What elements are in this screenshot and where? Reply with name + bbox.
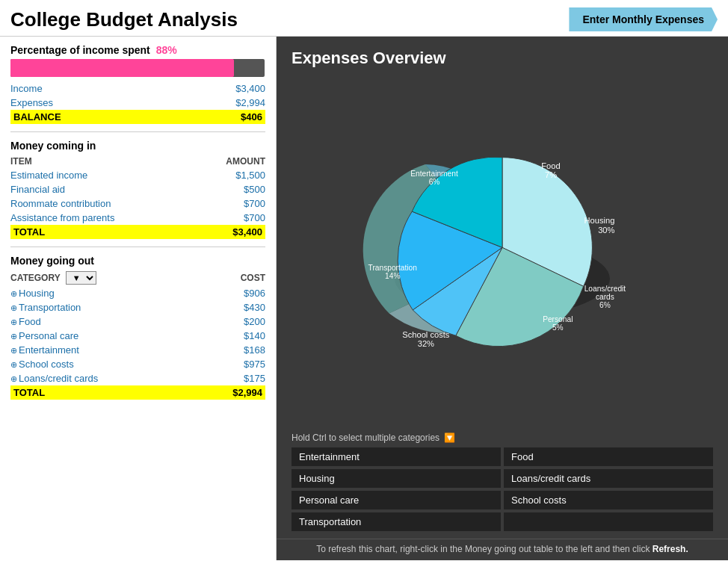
percentage-label: Percentage of income spent <box>10 44 150 56</box>
row-value: $975 <box>191 357 265 371</box>
row-value: $700 <box>196 211 266 225</box>
total-label: TOTAL <box>10 225 196 239</box>
category-dropdown[interactable]: ▼ <box>66 271 96 285</box>
money-in-title: Money coming in <box>10 140 265 152</box>
row-label: ⊕Food <box>10 314 191 329</box>
divider <box>10 247 265 247</box>
footer-text: To refresh this chart, right-click in th… <box>316 544 650 554</box>
total-label: TOTAL <box>10 385 191 400</box>
multiselect-area: Hold Ctrl to select multiple categories … <box>277 427 728 539</box>
housing-label: Housing <box>584 216 615 225</box>
pie-chart: Housing 30% Loans/credit cards 6% Person… <box>357 135 648 367</box>
money-in-table: ITEM AMOUNT Estimated income $1,500 Fina… <box>10 155 265 239</box>
multiselect-item-entertainment[interactable]: Entertainment <box>291 447 501 466</box>
progress-bar-background <box>10 59 265 77</box>
row-label: Estimated income <box>10 168 196 182</box>
table-row: Assistance from parents $700 <box>10 211 265 225</box>
table-row: Estimated income $1,500 <box>10 168 265 182</box>
main-layout: Percentage of income spent 88% Income $3… <box>0 37 728 560</box>
row-label: ⊕School costs <box>10 357 191 371</box>
balance-label: BALANCE <box>10 110 174 124</box>
transport-label: Transportation <box>368 264 418 272</box>
row-label: Roommate contribution <box>10 196 196 211</box>
total-value: $3,400 <box>196 225 266 239</box>
table-row: Income $3,400 <box>10 81 265 96</box>
row-label: ⊕Entertainment <box>10 343 191 357</box>
row-value: $430 <box>191 300 265 314</box>
percentage-value: 88% <box>156 44 177 56</box>
table-row: ⊕Loans/credit cards $175 <box>10 371 265 385</box>
multiselect-item-housing[interactable]: Housing <box>291 469 501 488</box>
progress-bar-fill <box>10 59 234 77</box>
row-label: Financial aid <box>10 182 196 196</box>
row-value: $200 <box>191 314 265 329</box>
table-row: ⊕Food $200 <box>10 314 265 329</box>
percentage-line: Percentage of income spent 88% <box>10 44 265 56</box>
personal-pct: 5% <box>552 323 564 332</box>
money-in-total-row: TOTAL $3,400 <box>10 225 265 239</box>
multiselect-item-loans[interactable]: Loans/credit cards <box>504 469 713 488</box>
multiselect-item-food[interactable]: Food <box>504 447 713 466</box>
header: College Budget Analysis Enter Monthly Ex… <box>0 0 728 37</box>
col-category: CATEGORY ▼ <box>10 270 191 286</box>
table-row: ⊕Transportation $430 <box>10 300 265 314</box>
expenses-label: Expenses <box>10 96 174 110</box>
food-pct: 7% <box>545 170 557 179</box>
row-label: ⊕Personal care <box>10 329 191 343</box>
hint-text: Hold Ctrl to select multiple categories <box>291 433 439 443</box>
divider <box>10 131 265 132</box>
page-title: College Budget Analysis <box>10 8 238 31</box>
expenses-value: $2,994 <box>174 96 265 110</box>
balance-value: $406 <box>174 110 265 124</box>
col-amount: AMOUNT <box>196 155 266 168</box>
multiselect-item-empty[interactable] <box>504 512 713 531</box>
row-label: ⊕Transportation <box>10 300 191 314</box>
money-out-total-row: TOTAL $2,994 <box>10 385 265 400</box>
row-label: Assistance from parents <box>10 211 196 225</box>
total-value: $2,994 <box>191 385 265 400</box>
col-item: ITEM <box>10 155 196 168</box>
loans-label: Loans/credit <box>584 285 626 293</box>
enter-expenses-button[interactable]: Enter Monthly Expenses <box>569 7 718 31</box>
table-row: ⊕Housing $906 <box>10 286 265 300</box>
money-out-title: Money going out <box>10 255 265 267</box>
multiselect-hint: Hold Ctrl to select multiple categories … <box>291 433 713 443</box>
row-value: $175 <box>191 371 265 385</box>
col-cost: COST <box>191 270 265 286</box>
balance-row: BALANCE $406 <box>10 110 265 124</box>
table-row: ⊕School costs $975 <box>10 357 265 371</box>
multiselect-item-school[interactable]: School costs <box>504 491 713 509</box>
summary-table: Income $3,400 Expenses $2,994 BALANCE $4… <box>10 81 265 124</box>
school-label: School costs <box>402 330 450 339</box>
personal-label: Personal <box>543 315 573 323</box>
income-value: $3,400 <box>174 81 265 96</box>
row-value: $700 <box>196 196 266 211</box>
multiselect-item-personal[interactable]: Personal care <box>291 491 501 509</box>
row-value: $906 <box>191 286 265 300</box>
footer-note: To refresh this chart, right-click in th… <box>277 539 728 560</box>
entertain-pct: 6% <box>429 178 440 186</box>
row-label: ⊕Housing <box>10 286 191 300</box>
transport-pct: 14% <box>385 272 400 280</box>
table-row: Roommate contribution $700 <box>10 196 265 211</box>
income-label: Income <box>10 81 174 96</box>
row-label: ⊕Loans/credit cards <box>10 371 191 385</box>
entertain-label: Entertainment <box>410 170 458 178</box>
housing-pct: 30% <box>598 226 614 235</box>
row-value: $140 <box>191 329 265 343</box>
multiselect-item-transport[interactable]: Transportation <box>291 512 501 531</box>
row-value: $500 <box>196 182 266 196</box>
table-row: ⊕Entertainment $168 <box>10 343 265 357</box>
table-row: Financial aid $500 <box>10 182 265 196</box>
loans-pct: 6% <box>599 301 611 309</box>
footer-bold: Refresh. <box>653 544 688 554</box>
row-value: $1,500 <box>196 168 266 182</box>
school-pct: 32% <box>418 339 434 348</box>
food-label: Food <box>541 161 560 170</box>
money-out-table: CATEGORY ▼ COST ⊕Housing $906 ⊕Transport… <box>10 270 265 400</box>
chart-title: Expenses Overview <box>291 49 446 68</box>
multiselect-grid: Entertainment Food Housing Loans/credit … <box>291 447 713 531</box>
right-panel: Expenses Overview <box>277 37 728 560</box>
filter-icon: 🔽 <box>444 433 455 443</box>
left-panel: Percentage of income spent 88% Income $3… <box>0 37 277 560</box>
